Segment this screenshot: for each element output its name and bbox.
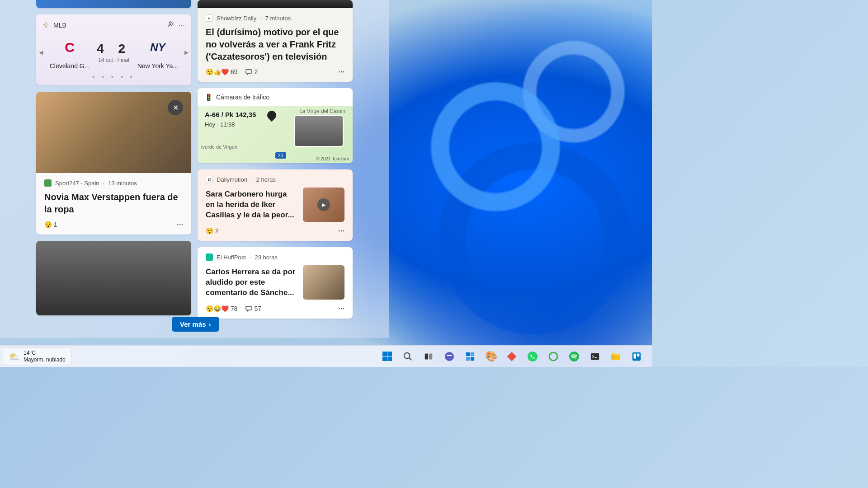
- file-explorer-icon[interactable]: [607, 347, 625, 366]
- svg-rect-18: [637, 353, 640, 356]
- mlb-league-icon: ⚾: [42, 22, 49, 28]
- more-icon[interactable]: ⋯: [338, 305, 344, 312]
- prev-arrow-icon[interactable]: ◀: [39, 49, 43, 56]
- news-card-dailymotion[interactable]: d Dailymotion · 2 horas Sara Carbonero h…: [198, 169, 353, 241]
- svg-point-10: [528, 352, 538, 361]
- start-button[interactable]: [378, 347, 396, 366]
- traffic-map[interactable]: La Virge del Camin A-66 / Pk 142,35 Hoy …: [198, 106, 353, 163]
- source-icon: d: [206, 176, 213, 183]
- traffic-title: Cámaras de tráfico: [216, 94, 269, 101]
- reactions-icon[interactable]: 😯😂❤️ 78: [206, 305, 238, 312]
- svg-rect-1: [425, 353, 428, 359]
- svg-rect-13: [591, 353, 599, 360]
- torrent-icon[interactable]: [544, 347, 562, 366]
- team-left[interactable]: C Cleveland G...: [42, 35, 97, 70]
- taskbar-icons: 🎨: [378, 347, 646, 366]
- route-badge: 20: [275, 152, 286, 159]
- terminal-icon[interactable]: [586, 347, 604, 366]
- source-icon: ▸: [206, 14, 213, 22]
- news-card-showbizz[interactable]: ▸ Showbizz Daily · 7 minutos El (durísim…: [198, 0, 353, 82]
- whatsapp-icon[interactable]: [524, 347, 542, 366]
- carousel-dots[interactable]: ● ● ● ● ●: [42, 74, 185, 79]
- trello-icon[interactable]: [627, 347, 646, 366]
- news-source: Showbizz Daily: [217, 15, 256, 22]
- see-more-button[interactable]: Ver más ›: [172, 317, 219, 332]
- team-right-name: New York Ya...: [131, 62, 185, 70]
- widgets-right-column: ▸ Showbizz Daily · 7 minutos El (durísim…: [198, 0, 353, 319]
- more-icon[interactable]: ⋯: [177, 221, 183, 228]
- news-source: Dailymotion: [217, 176, 247, 183]
- news-time: 2 horas: [256, 176, 276, 183]
- news-time: 23 horas: [255, 254, 278, 261]
- svg-point-0: [404, 352, 410, 358]
- news-headline: Carlos Herrera se da por aludido por est…: [206, 267, 297, 298]
- map-label-2: lverde de Virgen: [201, 144, 237, 150]
- svg-point-3: [445, 352, 454, 361]
- svg-rect-7: [466, 357, 470, 360]
- source-icon: [206, 253, 213, 261]
- mlb-league-label: MLB: [53, 22, 66, 29]
- spotify-icon[interactable]: [565, 347, 583, 366]
- news-source: Sport247 - Spain: [55, 180, 99, 187]
- comments-icon[interactable]: 2: [245, 68, 258, 75]
- traffic-camera-thumb[interactable]: [294, 115, 344, 147]
- news-thumb[interactable]: ▶: [303, 188, 344, 222]
- taskbar: ⛅ 14°C Mayorm. nublado 🎨: [0, 345, 652, 367]
- paint-icon[interactable]: 🎨: [482, 347, 500, 366]
- next-arrow-icon[interactable]: ▶: [184, 49, 189, 56]
- reactions-icon[interactable]: 😯👍❤️ 69: [206, 68, 238, 75]
- news-image-crowd: [198, 0, 353, 8]
- map-copyright: © 2021 TomTom: [316, 156, 349, 161]
- widgets-panel: ⚾ MLB ⋯ ◀ C Cleveland G... 4 2: [0, 0, 389, 338]
- chat-icon[interactable]: [440, 347, 458, 366]
- task-view-icon[interactable]: [420, 347, 438, 366]
- more-icon[interactable]: ⋯: [338, 68, 344, 75]
- svg-rect-17: [634, 353, 637, 358]
- close-icon[interactable]: ✕: [168, 100, 183, 115]
- reaction-emoji[interactable]: 😯 2: [206, 227, 219, 235]
- partial-card-top[interactable]: [36, 0, 191, 8]
- news-image-street: [36, 241, 191, 315]
- svg-rect-9: [507, 352, 517, 361]
- weather-icon: ⛅: [9, 351, 20, 362]
- weather-cond: Mayorm. nublado: [24, 357, 66, 363]
- chevron-right-icon: ›: [209, 320, 211, 328]
- news-card-huffpost[interactable]: El HuffPost · 23 horas Carlos Herrera se…: [198, 247, 353, 319]
- svg-rect-4: [447, 355, 452, 356]
- comments-icon[interactable]: 57: [245, 305, 262, 312]
- news-card-bottom-partial[interactable]: [36, 241, 191, 315]
- score-2: 2: [118, 42, 131, 56]
- svg-point-11: [549, 352, 557, 361]
- news-card-verstappen[interactable]: ✕ Sport247 - Spain · 13 minutos Novia Ma…: [36, 92, 191, 235]
- news-headline: El (durísimo) motivo por el que no volve…: [206, 26, 344, 63]
- map-label-1: La Virge del Camin: [299, 108, 345, 114]
- news-headline: Novia Max Verstappen fuera de la ropa: [44, 191, 183, 216]
- source-icon: [44, 179, 52, 187]
- score-box: 4 2 14 oct · Final: [97, 42, 131, 63]
- widgets-icon[interactable]: [461, 347, 479, 366]
- svg-rect-6: [471, 352, 474, 356]
- play-icon[interactable]: ▶: [317, 198, 330, 211]
- team-right[interactable]: NY New York Ya...: [131, 35, 185, 70]
- news-source: El HuffPost: [217, 254, 246, 261]
- reaction-emoji[interactable]: 😯 1: [44, 221, 57, 228]
- more-icon[interactable]: ⋯: [179, 22, 185, 29]
- svg-rect-15: [613, 356, 614, 358]
- team-left-logo: C: [57, 35, 82, 60]
- traffic-light-icon: 🚦: [205, 94, 212, 101]
- weather-widget[interactable]: ⛅ 14°C Mayorm. nublado: [3, 347, 71, 365]
- widgets-left-column: ⚾ MLB ⋯ ◀ C Cleveland G... 4 2: [36, 0, 191, 319]
- search-icon[interactable]: [399, 347, 417, 366]
- pin-icon[interactable]: [167, 21, 174, 29]
- traffic-card[interactable]: 🚦 Cámaras de tráfico La Virge del Camin …: [198, 88, 353, 163]
- game-status: 14 oct · Final: [97, 57, 131, 63]
- team-right-logo: NY: [145, 35, 170, 60]
- more-icon[interactable]: ⋯: [338, 227, 344, 235]
- news-thumb[interactable]: [303, 265, 344, 300]
- mlb-card[interactable]: ⚾ MLB ⋯ ◀ C Cleveland G... 4 2: [36, 14, 191, 85]
- see-more-label: Ver más: [180, 320, 206, 328]
- svg-rect-8: [471, 357, 474, 360]
- news-headline: Sara Carbonero hurga en la herida de Ike…: [206, 189, 297, 221]
- app-icon-red[interactable]: [503, 347, 521, 366]
- svg-rect-5: [466, 352, 470, 356]
